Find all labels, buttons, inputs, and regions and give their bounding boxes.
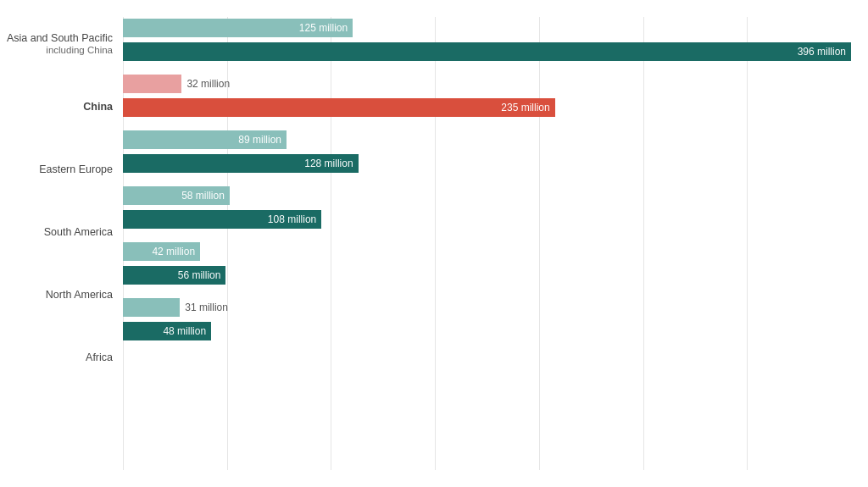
- region-label-eastern-europe: Eastern Europe: [0, 163, 123, 176]
- bar-eastern-europe-0: 89 million: [123, 130, 287, 149]
- bar-outside-label-china-0: 32 million: [186, 78, 230, 90]
- bar-eastern-europe-1: 128 million: [123, 154, 359, 173]
- label-group-africa: Africa: [0, 330, 123, 385]
- chart-container: Asia and South Pacificincluding ChinaChi…: [0, 0, 868, 487]
- bar-row-south-america-0: 58 million: [123, 185, 851, 207]
- region-label-south-america: South America: [0, 226, 123, 239]
- bar-outside-label-africa-0: 31 million: [185, 302, 228, 313]
- bar-china-1: 235 million: [123, 98, 555, 117]
- region-sublabel-asia: including China: [0, 45, 123, 57]
- bar-africa-1: 48 million: [123, 322, 211, 340]
- label-group-south-america: South America: [0, 205, 123, 259]
- bar-south-america-0: 58 million: [123, 186, 230, 205]
- bar-row-south-america-1: 108 million: [123, 208, 851, 230]
- label-group-eastern-europe: Eastern Europe: [0, 142, 123, 196]
- bar-row-china-1: 235 million: [123, 97, 851, 119]
- region-label-north-america: North America: [0, 289, 123, 302]
- bar-asia-1: 396 million: [123, 42, 851, 61]
- chart-area: Asia and South Pacificincluding ChinaChi…: [0, 17, 851, 470]
- bar-row-china-0: 32 million: [123, 73, 851, 95]
- bar-north-america-0: 42 million: [123, 242, 200, 261]
- region-group-asia: 125 million396 million: [123, 17, 851, 64]
- region-group-south-america: 58 million108 million: [123, 185, 851, 232]
- bar-row-eastern-europe-1: 128 million: [123, 152, 851, 174]
- bar-row-eastern-europe-0: 89 million: [123, 129, 851, 151]
- label-group-china: China: [0, 80, 123, 134]
- bar-row-asia-1: 396 million: [123, 41, 851, 63]
- region-group-africa: 31 million48 million: [123, 296, 851, 344]
- region-label-asia: Asia and South Pacific: [0, 32, 123, 45]
- bars-column: 125 million396 million32 million235 mill…: [123, 17, 851, 470]
- bar-south-america-1: 108 million: [123, 210, 321, 229]
- labels-column: Asia and South Pacificincluding ChinaChi…: [0, 17, 123, 470]
- bar-row-africa-1: 48 million: [123, 320, 851, 342]
- label-group-asia: Asia and South Pacificincluding China: [0, 17, 123, 71]
- bar-row-north-america-1: 56 million: [123, 264, 851, 286]
- region-label-china: China: [0, 101, 123, 113]
- region-label-africa: Africa: [0, 351, 123, 364]
- bar-china-0: [123, 75, 181, 93]
- region-group-north-america: 42 million56 million: [123, 241, 851, 288]
- region-group-china: 32 million235 million: [123, 73, 851, 120]
- label-group-north-america: North America: [0, 268, 123, 322]
- bar-africa-0: [123, 298, 180, 317]
- region-group-eastern-europe: 89 million128 million: [123, 129, 851, 176]
- bar-row-asia-0: 125 million: [123, 17, 851, 39]
- bar-row-north-america-0: 42 million: [123, 241, 851, 263]
- bar-row-africa-0: 31 million: [123, 296, 851, 318]
- bar-asia-0: 125 million: [123, 19, 353, 37]
- bar-north-america-1: 56 million: [123, 266, 225, 285]
